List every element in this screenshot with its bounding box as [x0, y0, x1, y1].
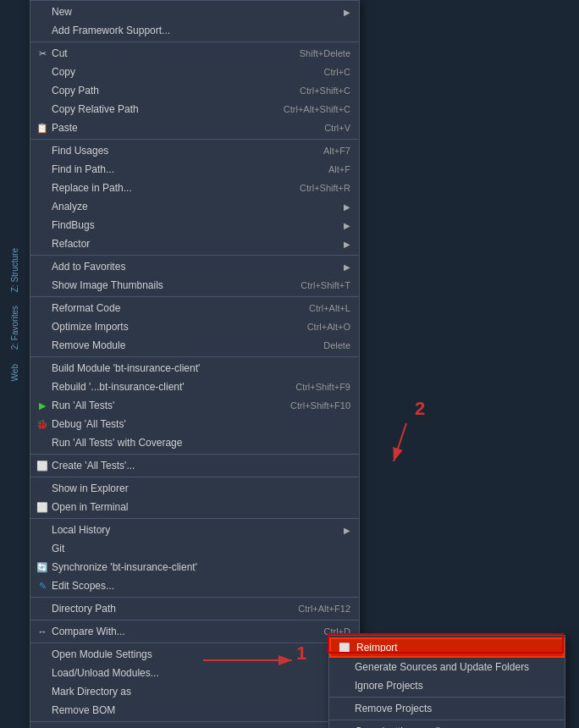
- separator-12: [30, 721, 359, 722]
- context-menu: New ▶ Add Framework Support... ✂ Cut Shi…: [30, 0, 360, 728]
- separator-4: [30, 296, 359, 297]
- menu-item-debug-tests[interactable]: 🐞 Debug 'All Tests': [30, 415, 359, 433]
- submenu-item-reimport[interactable]: ⬜ Reimport: [329, 637, 565, 658]
- menu-item-mark-dir[interactable]: Mark Directory as ▶: [30, 682, 359, 701]
- annotation-arrow-1: [195, 643, 305, 677]
- menu-item-open-terminal[interactable]: ⬜ Open in Terminal: [30, 498, 359, 516]
- submenu-item-remove-projects[interactable]: Remove Projects: [329, 699, 565, 718]
- paste-icon: 📋: [36, 121, 49, 135]
- menu-item-rebuild[interactable]: Rebuild '...bt-insurance-client' Ctrl+Sh…: [30, 378, 359, 396]
- submenu-item-ignore-projects[interactable]: Ignore Projects: [329, 676, 565, 695]
- sidebar-tab-web[interactable]: Web: [6, 357, 24, 388]
- menu-item-sync[interactable]: 🔄 Synchronize 'bt-insurance-client': [30, 558, 359, 576]
- menu-item-copy[interactable]: Copy Ctrl+C: [30, 63, 359, 81]
- menu-item-git[interactable]: Git: [30, 539, 359, 558]
- compare-icon: ↔: [36, 625, 49, 638]
- maven-submenu: ⬜ Reimport Generate Sources and Update F…: [328, 635, 565, 728]
- menu-item-reformat[interactable]: Reformat Code Ctrl+Alt+L: [30, 299, 359, 317]
- edit-scopes-icon: ✎: [36, 579, 49, 593]
- separator-1: [30, 41, 359, 42]
- separator-8: [30, 518, 359, 519]
- menu-item-refactor[interactable]: Refactor ▶: [30, 234, 359, 253]
- create-tests-icon: ⬜: [36, 459, 49, 472]
- menu-item-local-history[interactable]: Local History ▶: [30, 521, 359, 539]
- sidebar-tab-favorites[interactable]: 2: Favorites: [6, 299, 24, 356]
- terminal-icon: ⬜: [36, 500, 49, 514]
- menu-item-cut[interactable]: ✂ Cut Shift+Delete: [30, 44, 359, 63]
- menu-item-findbugs[interactable]: FindBugs ▶: [30, 216, 359, 234]
- debug-icon: 🐞: [36, 417, 49, 431]
- submenu-sep-1: [329, 697, 565, 698]
- separator-9: [30, 597, 359, 598]
- menu-item-run-coverage[interactable]: Run 'All Tests' with Coverage: [30, 433, 359, 452]
- submenu-item-gen-sources[interactable]: Generate Sources and Update Folders: [329, 658, 565, 676]
- menu-item-dir-path[interactable]: Directory Path Ctrl+Alt+F12: [30, 599, 359, 618]
- menu-item-show-image[interactable]: Show Image Thumbnails Ctrl+Shift+T: [30, 276, 359, 295]
- menu-item-edit-scopes[interactable]: ✎ Edit Scopes...: [30, 576, 359, 595]
- menu-item-new[interactable]: New ▶: [30, 3, 359, 21]
- separator-6: [30, 454, 359, 455]
- menu-item-add-favorites[interactable]: Add to Favorites ▶: [30, 257, 359, 276]
- reimport-icon: ⬜: [338, 641, 351, 654]
- menu-item-copy-rel-path[interactable]: Copy Relative Path Ctrl+Alt+Shift+C: [30, 100, 359, 119]
- menu-item-find-usages[interactable]: Find Usages Alt+F7: [30, 141, 359, 160]
- left-sidebar: Z: Structure 2: Favorites Web: [0, 0, 30, 728]
- menu-item-compare-with[interactable]: ↔ Compare With... Ctrl+D: [30, 622, 359, 641]
- submenu-item-open-settings[interactable]: Open 'settings.xml': [329, 722, 565, 728]
- separator-10: [30, 620, 359, 620]
- separator-2: [30, 139, 359, 140]
- menu-item-remove-bom[interactable]: Remove BOM: [30, 701, 359, 720]
- menu-item-add-framework[interactable]: Add Framework Support...: [30, 21, 359, 40]
- separator-7: [30, 477, 359, 477]
- run-icon: ▶: [36, 399, 49, 412]
- submenu-sep-2: [329, 720, 565, 720]
- sidebar-tab-structure[interactable]: Z: Structure: [6, 241, 24, 299]
- menu-item-paste[interactable]: 📋 Paste Ctrl+V: [30, 119, 359, 137]
- copy-icon: [36, 65, 49, 79]
- menu-item-find-path[interactable]: Find in Path... Alt+F: [30, 160, 359, 179]
- separator-5: [30, 356, 359, 357]
- separator-3: [30, 255, 359, 256]
- sync-icon: 🔄: [36, 560, 49, 574]
- menu-item-replace-path[interactable]: Replace in Path... Ctrl+Shift+R: [30, 179, 359, 197]
- svg-line-1: [394, 423, 406, 461]
- menu-item-optimize[interactable]: Optimize Imports Ctrl+Alt+O: [30, 317, 359, 336]
- menu-item-create-tests[interactable]: ⬜ Create 'All Tests'...: [30, 456, 359, 475]
- menu-item-remove-module[interactable]: Remove Module Delete: [30, 336, 359, 355]
- menu-item-analyze[interactable]: Analyze ▶: [30, 197, 359, 216]
- menu-item-show-explorer[interactable]: Show in Explorer: [30, 479, 359, 498]
- annotation-arrow-2: [389, 415, 457, 474]
- menu-item-build-module[interactable]: Build Module 'bt-insurance-client': [30, 359, 359, 378]
- menu-item-run-tests[interactable]: ▶ Run 'All Tests' Ctrl+Shift+F10: [30, 396, 359, 415]
- menu-item-diagrams[interactable]: ⬜ Diagrams ▶: [30, 724, 359, 728]
- menu-item-copy-path[interactable]: Copy Path Ctrl+Shift+C: [30, 81, 359, 100]
- cut-icon: ✂: [36, 47, 49, 60]
